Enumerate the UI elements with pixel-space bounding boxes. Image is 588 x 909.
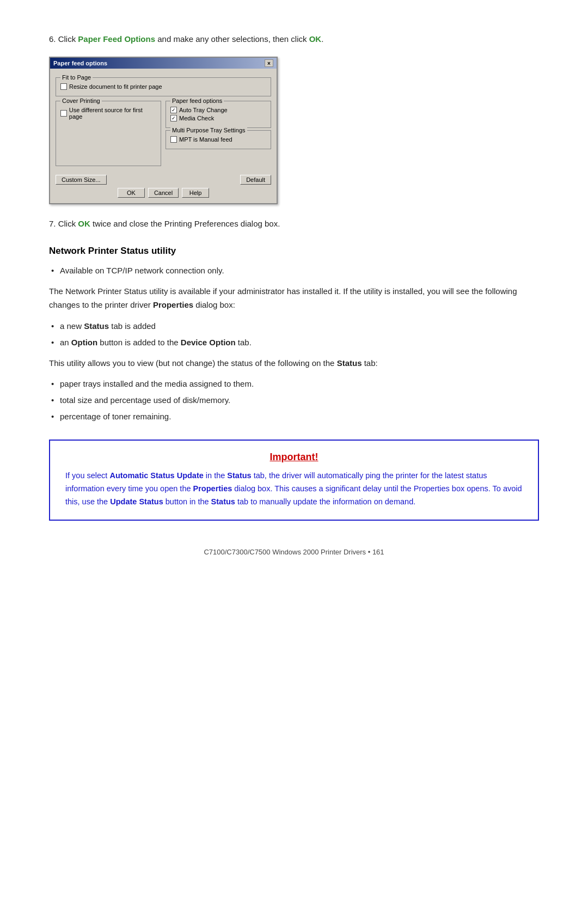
imp-text1: If you select: [65, 471, 109, 480]
step6-paper-feed-link: Paper Feed Options: [78, 34, 155, 44]
bullet3-middle: button is added to the: [97, 338, 181, 347]
step6-prefix: 6. Click: [49, 34, 78, 44]
body2-bold: Status: [337, 358, 362, 368]
cover-printing-group: Cover Printing Use different source for …: [56, 101, 161, 166]
bullet-item-3: an Option button is added to the Device …: [49, 336, 539, 349]
footer: C7100/C7300/C7500 Windows 2000 Printer D…: [49, 548, 539, 556]
body-text-2: This utility allows you to view (but not…: [49, 357, 539, 370]
left-col: Cover Printing Use different source for …: [56, 101, 161, 170]
cover-printing-label: Cover Printing: [60, 97, 102, 104]
important-text: If you select Automatic Status Update in…: [65, 469, 523, 509]
help-button[interactable]: Help: [182, 188, 209, 198]
section-heading: Network Printer Status utility: [49, 246, 539, 257]
auto-tray-checkbox[interactable]: [170, 107, 177, 113]
ok-button[interactable]: OK: [118, 188, 145, 198]
dialog-buttons-row1: Custom Size... Default: [56, 175, 271, 185]
auto-tray-row: Auto Tray Change: [170, 107, 266, 113]
bullet-list-1: Available on TCP/IP network connection o…: [49, 264, 539, 277]
bullet-item-6: percentage of toner remaining.: [49, 410, 539, 423]
imp-bold3: Properties: [193, 484, 232, 493]
paper-feed-options-dialog: Paper feed options × Fit to Page Resize …: [49, 57, 278, 204]
multi-purpose-group: Multi Purpose Tray Settings MPT is Manua…: [166, 130, 271, 149]
body-text-1: The Network Printer Status utility is av…: [49, 285, 539, 312]
important-title: Important!: [65, 452, 523, 463]
cover-printing-checkbox-row: Use different source for first page: [60, 107, 156, 120]
bullet-list-2: a new Status tab is added an Option butt…: [49, 320, 539, 349]
paper-feed-options-group: Paper feed options Auto Tray Change Medi…: [166, 101, 271, 128]
custom-size-button[interactable]: Custom Size...: [56, 175, 107, 185]
bullet2-suffix: tab is added: [109, 321, 156, 331]
imp-bold5: Status: [211, 497, 235, 506]
dialog-two-col: Cover Printing Use different source for …: [56, 101, 271, 170]
bullet-item-4: paper trays installed and the media assi…: [49, 377, 539, 391]
step6-suffix: .: [321, 34, 323, 44]
fit-to-page-label: Fit to Page: [60, 74, 93, 81]
imp-text5: button in the: [163, 497, 211, 506]
paper-feed-options-group-label: Paper feed options: [170, 97, 224, 104]
bullet3-bold2: Device Option: [181, 338, 236, 347]
dialog-buttons-row2: OK Cancel Help: [56, 188, 271, 198]
media-check-checkbox[interactable]: [170, 115, 177, 121]
auto-tray-label: Auto Tray Change: [179, 107, 228, 113]
bullet2-prefix: a new: [60, 321, 84, 331]
imp-bold2: Status: [227, 471, 251, 480]
dialog-title: Paper feed options: [53, 60, 107, 66]
cancel-button[interactable]: Cancel: [148, 188, 179, 198]
bullet3-suffix: tab.: [236, 338, 252, 347]
right-col: Paper feed options Auto Tray Change Medi…: [166, 101, 271, 170]
imp-text6: tab to manually update the information o…: [235, 497, 415, 506]
mpt-row: MPT is Manual feed: [170, 136, 266, 143]
bullet-item-2: a new Status tab is added: [49, 320, 539, 333]
bullet-item-1: Available on TCP/IP network connection o…: [49, 264, 539, 277]
step6-ok-link: OK: [309, 34, 322, 44]
step-6-text: 6. Click Paper Feed Options and make any…: [49, 33, 539, 46]
fit-to-page-group: Fit to Page Resize document to fit print…: [56, 77, 271, 96]
body1-text: The Network Printer Status utility is av…: [49, 286, 517, 309]
multi-purpose-label: Multi Purpose Tray Settings: [170, 127, 247, 133]
step7-suffix: twice and close the Printing Preferences…: [90, 219, 280, 228]
mpt-label: MPT is Manual feed: [179, 136, 232, 143]
body2-end: tab:: [362, 358, 377, 368]
media-check-label: Media Check: [179, 115, 214, 121]
fit-to-page-checkbox-row: Resize document to fit printer page: [60, 83, 266, 90]
bullet3-bold1: Option: [71, 338, 97, 347]
bullet-list-3: paper trays installed and the media assi…: [49, 377, 539, 423]
imp-bold4: Update Status: [110, 497, 163, 506]
step6-middle: and make any other selections, then clic…: [155, 34, 309, 44]
cover-printing-checkbox-label: Use different source for first page: [69, 107, 156, 120]
dialog-wrapper: Paper feed options × Fit to Page Resize …: [49, 57, 539, 204]
bullet3-prefix: an: [60, 338, 71, 347]
fit-to-page-checkbox[interactable]: [60, 83, 67, 90]
imp-text2: in the: [204, 471, 228, 480]
imp-bold1: Automatic Status Update: [109, 471, 203, 480]
dialog-content: Fit to Page Resize document to fit print…: [50, 69, 277, 203]
mpt-checkbox[interactable]: [170, 136, 177, 143]
important-box: Important! If you select Automatic Statu…: [49, 440, 539, 521]
dialog-close-button[interactable]: ×: [265, 59, 273, 67]
body1-bold: Properties: [153, 300, 193, 309]
cover-printing-checkbox[interactable]: [60, 110, 67, 117]
bullet2-bold: Status: [84, 321, 109, 331]
bullet-item-5: total size and percentage used of disk/m…: [49, 394, 539, 407]
fit-to-page-checkbox-label: Resize document to fit printer page: [69, 83, 162, 90]
default-button[interactable]: Default: [240, 175, 271, 185]
dialog-titlebar: Paper feed options ×: [50, 58, 277, 69]
step-7-text: 7. Click OK twice and close the Printing…: [49, 217, 539, 230]
media-check-row: Media Check: [170, 115, 266, 121]
step7-ok-link: OK: [78, 219, 90, 228]
step7-prefix: 7. Click: [49, 219, 78, 228]
body1-end: dialog box:: [193, 300, 235, 309]
body2-start: This utility allows you to view (but not…: [49, 358, 337, 368]
